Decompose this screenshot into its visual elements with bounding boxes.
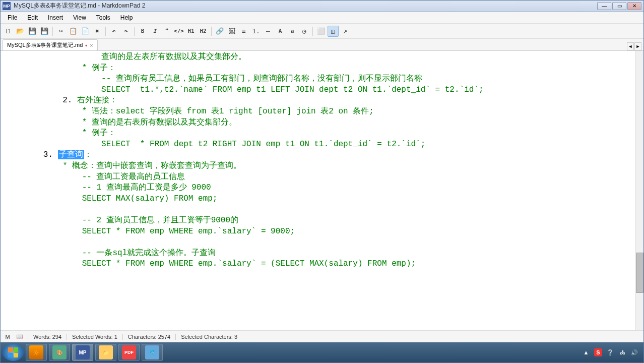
redo-button[interactable]: ↷	[120, 26, 132, 37]
titlebar: MP MySQL多表&事务课堂笔记.md - MarkdownPad 2 — ▭…	[1, 1, 643, 12]
editor-line: * 查询的是右表所有数据以及其交集部分。	[5, 118, 237, 127]
h1-button[interactable]: H1	[185, 26, 197, 37]
scrollbar-thumb[interactable]	[636, 253, 643, 293]
menu-view[interactable]: View	[68, 13, 91, 23]
volume-icon[interactable]: 🔊	[630, 348, 638, 356]
taskbar-item[interactable]: 🔆	[26, 344, 47, 361]
menu-edit[interactable]: Edit	[22, 13, 43, 23]
tab-close-button[interactable]: ×	[90, 42, 93, 48]
status-selected-characters: Selected Characters: 3	[175, 334, 242, 340]
editor-line: -- 查询所有员工信息，如果员工有部门，则查询部门名称，没有部门，则不显示部门名…	[5, 74, 422, 83]
uppercase-button[interactable]: A	[275, 26, 286, 37]
help-icon[interactable]: ❔	[606, 348, 614, 356]
taskbar-item-markdownpad[interactable]: MP	[72, 344, 93, 361]
toolbar: 🗋 📂 💾 💾 ✂ 📋 📄 ✖ ↶ ↷ B I ❝ </> H1 H2 🔗 🖼 …	[1, 24, 643, 39]
start-button[interactable]	[3, 344, 24, 361]
editor-line-number: 3.	[5, 150, 58, 159]
tab-bar: MySQL多表&事务课堂笔记.md • × ◄ ►	[1, 39, 643, 51]
export-button[interactable]: ↗	[340, 26, 351, 37]
open-file-button[interactable]: 📂	[15, 26, 26, 37]
tab-scroll-left-button[interactable]: ◄	[627, 42, 634, 50]
new-file-button[interactable]: 🗋	[3, 26, 14, 37]
tab-scroll-controls: ◄ ►	[627, 42, 641, 50]
bold-button[interactable]: B	[137, 26, 148, 37]
preview-button[interactable]: ⬜	[315, 26, 327, 37]
markdown-icon: M	[4, 333, 12, 341]
tray-expand-icon[interactable]: ▲	[582, 348, 590, 356]
status-words: Words: 294	[28, 334, 67, 340]
book-icon: 📖	[16, 333, 24, 341]
editor-line: -- 1 查询最高的工资是多少 9000	[5, 183, 211, 192]
editor-line: * 概念：查询中嵌套查询，称嵌套查询为子查询。	[5, 161, 241, 170]
status-bar: M 📖 Words: 294 Selected Words: 1 Charact…	[1, 330, 643, 342]
hr-button[interactable]: —	[263, 26, 274, 37]
toolbar-separator	[134, 27, 135, 36]
menu-file[interactable]: File	[3, 13, 22, 23]
h2-button[interactable]: H2	[198, 26, 209, 37]
taskbar-item[interactable]: 🎨	[49, 344, 70, 361]
network-icon[interactable]: 🖧	[618, 348, 626, 356]
image-button[interactable]: 🖼	[226, 26, 237, 37]
lowercase-button[interactable]: a	[287, 26, 298, 37]
editor-line: -- 2 查询员工信息，并且工资等于9000的	[5, 216, 238, 225]
tab-label: MySQL多表&事务课堂笔记.md	[7, 41, 83, 49]
editor-line: SELECT * FROM dept t2 RIGHT JOIN emp t1 …	[5, 140, 425, 149]
editor-line	[5, 205, 82, 214]
editor-line: -- 查询工资最高的员工信息	[5, 172, 185, 182]
editor-line: ：	[84, 150, 92, 159]
toolbar-separator	[52, 27, 53, 36]
save-file-button[interactable]: 💾	[27, 26, 38, 37]
editor-line: SELECT t1.*,t2.`name` FROM emp t1 LEFT J…	[5, 85, 484, 94]
editor-line: 右外连接：	[77, 96, 117, 105]
editor-line	[5, 237, 82, 247]
tab-scroll-right-button[interactable]: ►	[634, 42, 641, 50]
text-editor[interactable]: 查询的是左表所有数据以及其交集部分。 * 例子： -- 查询所有员工信息，如果员…	[1, 51, 635, 330]
ol-button[interactable]: 1.	[250, 26, 262, 37]
windows-logo-icon	[8, 347, 18, 357]
editor-area: 查询的是左表所有数据以及其交集部分。 * 例子： -- 查询所有员工信息，如果员…	[1, 51, 643, 330]
editor-line: SELECT * FROM emp WHERE emp.`salary` = (…	[5, 259, 416, 268]
copy-button[interactable]: 📋	[68, 26, 79, 37]
dirty-indicator-icon: •	[85, 42, 87, 48]
undo-button[interactable]: ↶	[108, 26, 119, 37]
paste-button[interactable]: 📄	[80, 26, 91, 37]
taskbar-item-explorer[interactable]: 📁	[95, 344, 116, 361]
document-tab[interactable]: MySQL多表&事务课堂笔记.md • ×	[3, 39, 98, 50]
menu-help[interactable]: Help	[115, 13, 138, 23]
minimize-button[interactable]: —	[597, 2, 611, 10]
editor-line: SELECT * FROM emp WHERE emp.`salary` = 9…	[5, 227, 295, 236]
app-icon: MP	[3, 2, 11, 10]
selected-text: 子查询	[58, 150, 84, 159]
taskbar-item-pdf[interactable]: PDF	[118, 344, 140, 361]
timestamp-button[interactable]: ◷	[299, 26, 310, 37]
vertical-scrollbar[interactable]	[635, 51, 643, 330]
ime-icon[interactable]: S	[594, 348, 602, 356]
maximize-button[interactable]: ▭	[612, 2, 626, 10]
close-button[interactable]: ✕	[627, 2, 641, 10]
ul-button[interactable]: ≡	[238, 26, 249, 37]
quote-button[interactable]: ❝	[161, 26, 172, 37]
system-tray: ▲ S ❔ 🖧 🔊	[582, 348, 641, 356]
menu-tools[interactable]: Tools	[91, 13, 115, 23]
editor-line: -- 一条sql就完成这个操作。子查询	[5, 249, 216, 258]
cut-button[interactable]: ✂	[55, 26, 67, 37]
toolbar-separator	[105, 27, 106, 36]
main-window: MP MySQL多表&事务课堂笔记.md - MarkdownPad 2 — ▭…	[0, 0, 644, 363]
live-preview-button[interactable]: ◫	[328, 26, 339, 37]
menubar: File Edit Insert View Tools Help	[1, 12, 643, 24]
editor-line: SELECT MAX(salary) FROM emp;	[5, 194, 217, 203]
code-button[interactable]: </>	[173, 26, 184, 37]
windows-taskbar: 🔆 🎨 MP 📁 PDF 🐬 ▲ S ❔ 🖧 🔊	[1, 342, 643, 362]
link-button[interactable]: 🔗	[214, 26, 225, 37]
editor-line: * 例子：	[5, 64, 116, 73]
delete-button[interactable]: ✖	[92, 26, 103, 37]
save-all-button[interactable]: 💾	[39, 26, 50, 37]
editor-line-number: 2.	[5, 96, 77, 105]
taskbar-item[interactable]: 🐬	[142, 344, 163, 361]
status-selected-words: Selected Words: 1	[67, 334, 122, 340]
menu-insert[interactable]: Insert	[43, 13, 68, 23]
toolbar-separator	[312, 27, 313, 36]
editor-line: * 例子：	[5, 129, 116, 138]
editor-line: * 语法：select 字段列表 from 表1 right [outer] j…	[5, 107, 374, 116]
italic-button[interactable]: I	[149, 26, 160, 37]
